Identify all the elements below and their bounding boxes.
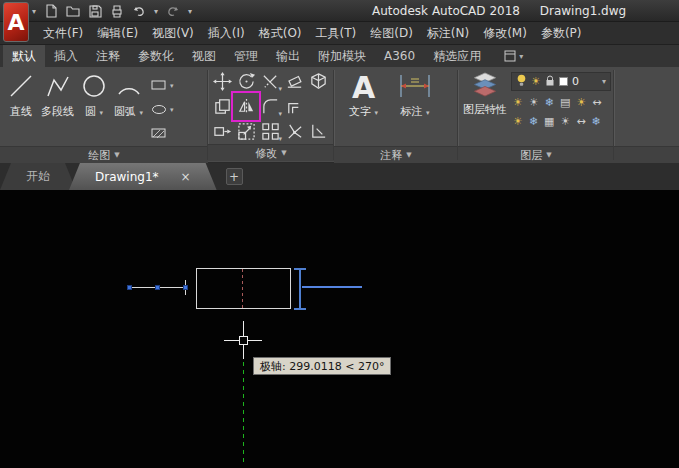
ribbon-display-toggle[interactable]: ▾ bbox=[500, 45, 527, 67]
layers-panel-label[interactable]: 图层▼ bbox=[458, 146, 614, 163]
line-button[interactable]: 直线 bbox=[4, 70, 38, 119]
layer-tool-icon[interactable]: ▦ bbox=[544, 116, 554, 127]
layer-tool-icon[interactable]: ☀ bbox=[513, 97, 523, 108]
layer-properties-button[interactable]: 图层特性 bbox=[462, 70, 508, 117]
grip-handle[interactable] bbox=[127, 285, 132, 290]
layer-tool-icon[interactable]: ❄ bbox=[592, 116, 601, 127]
menu-edit[interactable]: 编辑(E) bbox=[90, 22, 145, 45]
menu-dimension[interactable]: 标注(N) bbox=[420, 22, 476, 45]
ellipse-caret-icon: ▾ bbox=[170, 106, 174, 114]
mirror-button[interactable] bbox=[234, 94, 258, 119]
circle-caret-icon: ▾ bbox=[99, 109, 103, 117]
layer-tool-icon[interactable]: ☀ bbox=[529, 97, 539, 108]
rotate-button[interactable] bbox=[234, 69, 258, 94]
application-menu-button[interactable]: A bbox=[3, 2, 29, 42]
layer-tool-icon[interactable]: ☀ bbox=[561, 116, 571, 127]
ellipse-button[interactable]: ▾ bbox=[151, 100, 174, 119]
arc-button[interactable]: 圆弧 ▾ bbox=[111, 70, 146, 119]
window-title: Autodesk AutoCAD 2018 Drawing1.dwg bbox=[372, 4, 626, 18]
new-tab-button[interactable]: + bbox=[226, 168, 243, 185]
text-button[interactable]: A 文字 ▾ bbox=[346, 70, 381, 119]
right-vertical-bottom-cap[interactable] bbox=[294, 308, 306, 310]
open-folder-icon[interactable] bbox=[66, 4, 80, 18]
layer-tool-icon[interactable]: ☀ bbox=[576, 97, 586, 108]
menu-format[interactable]: 格式(O) bbox=[252, 22, 309, 45]
ribbon-tab-output[interactable]: 输出 bbox=[267, 45, 309, 67]
scale-button[interactable] bbox=[234, 119, 258, 144]
grip-handle[interactable] bbox=[155, 285, 160, 290]
layer-tool-icon[interactable]: ❄ bbox=[529, 116, 538, 127]
explode-button[interactable] bbox=[282, 119, 306, 144]
erase-button[interactable] bbox=[282, 69, 306, 94]
right-vertical-top-cap[interactable] bbox=[294, 268, 306, 270]
ribbon-tab-manage[interactable]: 管理 bbox=[225, 45, 267, 67]
right-vertical-line-entity[interactable] bbox=[299, 268, 301, 310]
crosshair-pickbox bbox=[239, 336, 248, 345]
drawing-canvas[interactable]: 极轴: 299.0118 < 270° bbox=[0, 190, 679, 468]
drawn-rectangle[interactable] bbox=[196, 268, 291, 309]
layer-tool-icon[interactable]: ☀ bbox=[513, 116, 523, 127]
menu-file[interactable]: 文件(F) bbox=[36, 22, 90, 45]
file-tab-start[interactable]: 开始 bbox=[0, 163, 76, 190]
right-horizontal-line-entity[interactable] bbox=[302, 286, 362, 288]
3d-box-button[interactable] bbox=[306, 69, 330, 94]
file-tab-drawing1[interactable]: Drawing1* × bbox=[69, 163, 217, 190]
ribbon-tab-featured-apps[interactable]: 精选应用 bbox=[424, 45, 490, 67]
ribbon-tab-bar: 默认 插入 注释 参数化 视图 管理 输出 附加模块 A360 精选应用 ▾ bbox=[0, 45, 679, 67]
undo-dropdown-icon[interactable]: ▾ bbox=[154, 7, 158, 16]
menu-draw[interactable]: 绘图(D) bbox=[363, 22, 420, 45]
modify-panel-label[interactable]: 修改▼ bbox=[208, 144, 334, 161]
layer-tool-icon[interactable]: ❄ bbox=[545, 97, 554, 108]
ellipse-icon bbox=[151, 100, 167, 119]
array-button[interactable]: ▾ bbox=[258, 119, 282, 144]
layer-tool-icon[interactable]: ↔ bbox=[592, 97, 601, 108]
measure-button[interactable] bbox=[306, 119, 330, 144]
menu-insert[interactable]: 插入(I) bbox=[201, 22, 252, 45]
draw-panel-label[interactable]: 绘图▼ bbox=[0, 146, 208, 163]
ribbon-tab-view[interactable]: 视图 bbox=[183, 45, 225, 67]
polyline-button[interactable]: 多段线 bbox=[38, 70, 77, 119]
ribbon-tab-annotate[interactable]: 注释 bbox=[87, 45, 129, 67]
ribbon-tab-parametric[interactable]: 参数化 bbox=[129, 45, 183, 67]
circle-icon bbox=[80, 72, 108, 104]
annotation-panel-label[interactable]: 注释▼ bbox=[334, 146, 458, 163]
ribbon-tab-insert[interactable]: 插入 bbox=[45, 45, 87, 67]
file-tab-bar: 开始 Drawing1* × + bbox=[0, 163, 679, 190]
fillet-button[interactable]: ▾ bbox=[258, 94, 282, 119]
grip-handle[interactable] bbox=[183, 285, 188, 290]
close-tab-icon[interactable]: × bbox=[181, 170, 191, 184]
dimension-button[interactable]: 标注 ▾ bbox=[395, 70, 435, 119]
qat-dropdown-icon[interactable]: ▾ bbox=[188, 7, 192, 16]
move-button[interactable] bbox=[210, 69, 234, 94]
layer-dropdown[interactable]: ☀ 0 ▾ bbox=[511, 72, 611, 91]
undo-icon[interactable] bbox=[132, 4, 146, 18]
dimension-caret-icon: ▾ bbox=[426, 109, 430, 117]
menubar: 文件(F) 编辑(E) 视图(V) 插入(I) 格式(O) 工具(T) 绘图(D… bbox=[0, 22, 679, 45]
layer-color-swatch bbox=[559, 77, 568, 86]
draw-small-column: ▾ ▾ bbox=[151, 70, 174, 143]
ribbon-tab-home[interactable]: 默认 bbox=[3, 45, 45, 67]
rectangle-button[interactable]: ▾ bbox=[151, 76, 174, 95]
modify-panel-content: ▾ ▾ ▾ bbox=[208, 67, 334, 144]
hatch-button[interactable] bbox=[151, 124, 174, 143]
menu-tools[interactable]: 工具(T) bbox=[309, 22, 364, 45]
ribbon-tab-a360[interactable]: A360 bbox=[375, 45, 424, 67]
menu-parametric[interactable]: 参数(P) bbox=[534, 22, 589, 45]
trim-button[interactable]: ▾ bbox=[258, 69, 282, 94]
menu-view[interactable]: 视图(V) bbox=[145, 22, 201, 45]
redo-icon[interactable] bbox=[166, 4, 180, 18]
new-file-icon[interactable] bbox=[44, 4, 58, 18]
stretch-button[interactable] bbox=[210, 119, 234, 144]
plot-icon[interactable] bbox=[110, 4, 124, 18]
copy-button[interactable] bbox=[210, 94, 234, 119]
offset-button[interactable] bbox=[282, 94, 306, 119]
application-menu-caret-icon[interactable]: ▾ bbox=[32, 7, 36, 16]
annotation-panel-content: A 文字 ▾ 标注 ▾ bbox=[334, 67, 458, 146]
save-icon[interactable] bbox=[88, 4, 102, 18]
hatch-icon bbox=[151, 124, 167, 143]
circle-button[interactable]: 圆 ▾ bbox=[77, 70, 111, 119]
layer-tool-icon[interactable]: ↔ bbox=[576, 116, 585, 127]
layer-tool-icon[interactable]: ▤ bbox=[560, 97, 570, 108]
menu-modify[interactable]: 修改(M) bbox=[476, 22, 534, 45]
ribbon-tab-addins[interactable]: 附加模块 bbox=[309, 45, 375, 67]
